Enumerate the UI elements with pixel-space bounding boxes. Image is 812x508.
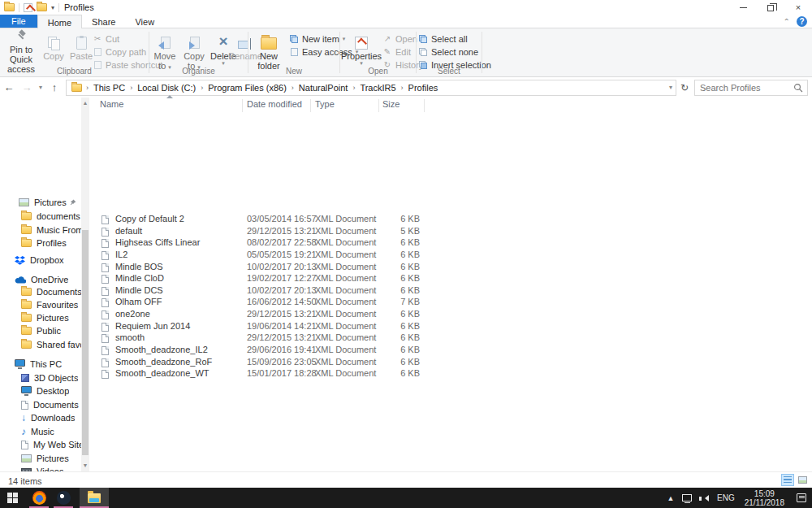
clock[interactable]: 15:0921/11/2018 bbox=[738, 488, 791, 508]
column-divider[interactable] bbox=[424, 99, 425, 112]
sidebar-item-pictures-quick[interactable]: Pictures bbox=[0, 196, 81, 209]
sidebar-item-my-web-sites[interactable]: My Web Sites on bbox=[0, 438, 81, 451]
column-divider[interactable] bbox=[242, 99, 243, 112]
folder-icon bbox=[21, 341, 32, 349]
taskbar-explorer-button[interactable] bbox=[80, 488, 109, 508]
refresh-icon[interactable]: ↻ bbox=[676, 82, 693, 93]
action-center-button[interactable] bbox=[791, 488, 812, 508]
back-button[interactable]: ← bbox=[0, 81, 18, 93]
sidebar-item-videos[interactable]: Videos bbox=[0, 465, 81, 471]
sidebar-item-profiles[interactable]: Profiles bbox=[0, 237, 81, 250]
scroll-down-icon[interactable]: ▼ bbox=[81, 462, 89, 470]
sidebar-item-downloads[interactable]: ↓Downloads bbox=[0, 411, 81, 424]
address-dropdown-icon[interactable]: ▾ bbox=[669, 84, 672, 91]
new-item-button[interactable]: New item ▾ bbox=[289, 33, 345, 45]
tab-home[interactable]: Home bbox=[37, 15, 82, 28]
sidebar-item-shared-favourites[interactable]: Shared favourite bbox=[0, 338, 81, 351]
breadcrumb-program-files[interactable]: Program Files (x86) bbox=[205, 83, 289, 93]
table-row[interactable]: Mindle DCS10/02/2017 20:13XML Document6 … bbox=[89, 285, 812, 297]
table-row[interactable]: smooth29/12/2015 13:21XML Document6 KB bbox=[89, 332, 812, 345]
sidebar-item-3d-objects[interactable]: 3D Objects bbox=[0, 371, 81, 384]
thumbnails-view-button[interactable] bbox=[796, 474, 809, 486]
table-row[interactable]: Requiem Jun 201419/06/2014 14:21XML Docu… bbox=[89, 321, 812, 333]
hidden-icons-chevron[interactable]: ▲ bbox=[663, 488, 678, 508]
sidebar-item-onedrive-public[interactable]: Public bbox=[0, 324, 81, 337]
sidebar-item-desktop[interactable]: Desktop bbox=[0, 384, 81, 397]
qat-customize-icon[interactable]: ▾ bbox=[51, 4, 54, 11]
sidebar-item-music-from-pete[interactable]: Music From Pete bbox=[0, 224, 81, 237]
scrollbar-thumb[interactable] bbox=[82, 230, 89, 455]
help-icon[interactable]: ? bbox=[797, 16, 807, 27]
search-input[interactable] bbox=[695, 83, 807, 93]
table-row[interactable]: Smooth_deadzone_WT15/01/2017 18:28XML Do… bbox=[89, 368, 812, 380]
column-header-size[interactable]: Size bbox=[382, 99, 400, 109]
breadcrumb-naturalpoint[interactable]: NaturalPoint bbox=[296, 83, 351, 93]
breadcrumb-profiles[interactable]: Profiles bbox=[406, 83, 441, 93]
table-row[interactable]: Smooth_deadzone_RoF15/09/2016 23:05XML D… bbox=[89, 357, 812, 369]
table-row[interactable]: Mindle BOS10/02/2017 20:13XML Document6 … bbox=[89, 262, 812, 274]
table-row[interactable]: default29/12/2015 13:21XML Document5 KB bbox=[89, 226, 812, 238]
breadcrumb-trackir5[interactable]: TrackIR5 bbox=[357, 83, 398, 93]
caption-buttons: × bbox=[729, 0, 812, 15]
collapse-ribbon-icon[interactable]: ⌃ bbox=[784, 17, 790, 26]
breadcrumb[interactable]: › This PC › Local Disk (C:) › Program Fi… bbox=[66, 80, 676, 96]
qat-properties-icon[interactable] bbox=[24, 3, 32, 12]
column-divider[interactable] bbox=[378, 99, 379, 112]
tab-view[interactable]: View bbox=[125, 15, 164, 28]
xml-file-icon bbox=[102, 239, 109, 248]
taskbar-firefox-button[interactable] bbox=[28, 488, 50, 508]
details-view-button[interactable] bbox=[781, 474, 794, 486]
sidebar-item-onedrive[interactable]: OneDrive bbox=[0, 273, 81, 286]
sidebar-item-onedrive-pictures[interactable]: Pictures bbox=[0, 311, 81, 324]
search-box[interactable] bbox=[694, 80, 808, 96]
start-button[interactable] bbox=[0, 488, 24, 508]
column-header-date-modified[interactable]: Date modified bbox=[247, 99, 302, 109]
scroll-up-icon[interactable]: ▲ bbox=[81, 99, 89, 107]
select-none-button[interactable]: Select none bbox=[418, 46, 478, 58]
sidebar-item-this-pc[interactable]: This PC bbox=[0, 358, 81, 371]
language-indicator[interactable]: ENG bbox=[714, 488, 738, 508]
sidebar-item-dropbox[interactable]: Dropbox bbox=[0, 254, 81, 267]
ribbon-group-select: Select all Select none Invert selection … bbox=[417, 28, 482, 76]
table-row[interactable]: one2one29/12/2015 13:21XML Document6 KB bbox=[89, 309, 812, 321]
table-row[interactable]: Olham OFF16/06/2012 14:50XML Document7 K… bbox=[89, 297, 812, 309]
column-header-name[interactable]: Name bbox=[100, 99, 123, 109]
table-row[interactable]: Copy of Default 203/05/2014 16:57XML Doc… bbox=[89, 214, 812, 226]
forward-button[interactable]: → bbox=[18, 81, 36, 93]
recent-locations-icon[interactable]: ▾ bbox=[36, 84, 45, 91]
select-all-button[interactable]: Select all bbox=[418, 33, 468, 45]
close-button[interactable]: × bbox=[784, 0, 812, 15]
network-tray-icon[interactable] bbox=[678, 488, 696, 508]
document-icon bbox=[21, 401, 28, 410]
table-row[interactable]: IL205/05/2015 19:21XML Document6 KB bbox=[89, 250, 812, 262]
edit-button[interactable]: ✎ Edit bbox=[382, 46, 411, 58]
sidebar-item-music[interactable]: ♪Music bbox=[0, 425, 81, 438]
sidebar-scrollbar[interactable]: ▲ ▼ bbox=[81, 98, 89, 471]
button-label: Copy bbox=[43, 51, 64, 61]
search-icon[interactable] bbox=[793, 83, 803, 93]
copy-path-button[interactable]: Copy path bbox=[93, 46, 146, 58]
column-header-type[interactable]: Type bbox=[315, 99, 335, 109]
qat-new-folder-icon[interactable] bbox=[37, 3, 47, 11]
breadcrumb-local-disk[interactable]: Local Disk (C:) bbox=[135, 83, 198, 93]
column-divider[interactable] bbox=[310, 99, 311, 112]
sidebar-item-onedrive-documents[interactable]: Documents bbox=[0, 285, 81, 298]
table-row[interactable]: Mindle CloD19/02/2017 12:27XML Document6… bbox=[89, 273, 812, 285]
up-button[interactable]: ↑ bbox=[45, 81, 63, 93]
table-row[interactable]: Highseas Ciffs Linear08/02/2017 22:58XML… bbox=[89, 237, 812, 250]
minimize-button[interactable] bbox=[729, 0, 757, 15]
sidebar-item-pictures[interactable]: Pictures bbox=[0, 452, 81, 465]
sidebar-item-onedrive-favourites[interactable]: Favourites bbox=[0, 298, 81, 311]
sidebar-item-documents[interactable]: Documents bbox=[0, 398, 81, 411]
xml-file-icon bbox=[102, 370, 109, 379]
sidebar-item-documents-quick[interactable]: documents bbox=[0, 210, 81, 223]
volume-tray-icon[interactable] bbox=[696, 488, 714, 508]
taskbar: ▲ ENG 15:0921/11/2018 bbox=[0, 488, 812, 508]
cut-button[interactable]: ✂ Cut bbox=[93, 33, 119, 45]
tab-file[interactable]: File bbox=[0, 15, 37, 28]
tab-share[interactable]: Share bbox=[82, 15, 125, 28]
breadcrumb-this-pc[interactable]: This PC bbox=[91, 83, 127, 93]
taskbar-steam-button[interactable] bbox=[52, 488, 75, 508]
table-row[interactable]: Smooth_deadzone_IL229/06/2016 19:41XML D… bbox=[89, 345, 812, 357]
restore-button[interactable] bbox=[757, 0, 784, 15]
